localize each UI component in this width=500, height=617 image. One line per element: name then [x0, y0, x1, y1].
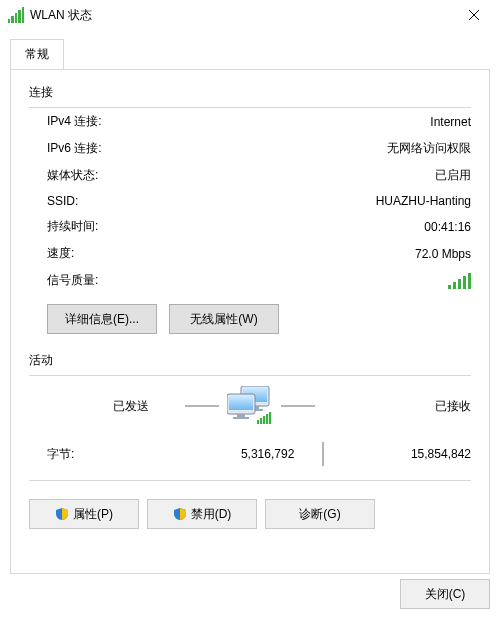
- svg-rect-7: [229, 396, 253, 410]
- shield-icon: [173, 507, 187, 521]
- properties-button[interactable]: 属性(P): [29, 499, 139, 529]
- signal-label: 信号质量:: [29, 272, 98, 289]
- row-ipv6: IPv6 连接: 无网络访问权限: [29, 135, 471, 162]
- ipv6-label: IPv6 连接:: [29, 140, 102, 157]
- ipv4-label: IPv4 连接:: [29, 113, 102, 130]
- wifi-signal-icon: [8, 7, 24, 23]
- diagnose-button-label: 诊断(G): [299, 506, 340, 523]
- svg-rect-8: [237, 414, 245, 417]
- window-title: WLAN 状态: [30, 7, 454, 24]
- speed-label: 速度:: [29, 245, 74, 262]
- sent-label: 已发送: [29, 398, 149, 415]
- signal-bars-icon: [448, 273, 471, 289]
- vertical-divider: [322, 442, 324, 466]
- bytes-row: 字节: 5,316,792 15,854,842: [29, 432, 471, 480]
- disable-button-label: 禁用(D): [191, 506, 232, 523]
- dash-left: [185, 405, 219, 407]
- tab-general[interactable]: 常规: [10, 39, 64, 70]
- client-area: 常规 连接 IPv4 连接: Internet IPv6 连接: 无网络访问权限…: [0, 30, 500, 617]
- media-label: 媒体状态:: [29, 167, 98, 184]
- bytes-label: 字节:: [29, 446, 147, 463]
- row-ipv4: IPv4 连接: Internet: [29, 108, 471, 135]
- ssid-value: HUAZHU-Hanting: [376, 194, 471, 208]
- bytes-sent-value: 5,316,792: [174, 447, 294, 461]
- footer: 关闭(C): [400, 579, 490, 609]
- svg-rect-12: [263, 416, 265, 424]
- row-speed: 速度: 72.0 Mbps: [29, 240, 471, 267]
- bytes-recv-value: 15,854,842: [351, 447, 471, 461]
- svg-rect-14: [269, 412, 271, 424]
- row-duration: 持续时间: 00:41:16: [29, 213, 471, 240]
- activity-header-row: 已发送: [29, 376, 471, 432]
- row-signal: 信号质量:: [29, 267, 471, 294]
- shield-icon: [55, 507, 69, 521]
- divider: [29, 480, 471, 481]
- duration-label: 持续时间:: [29, 218, 98, 235]
- details-button[interactable]: 详细信息(E)...: [47, 304, 157, 334]
- signal-value: [448, 273, 471, 289]
- svg-rect-10: [257, 420, 259, 424]
- ipv6-value: 无网络访问权限: [387, 140, 471, 157]
- ipv4-value: Internet: [430, 115, 471, 129]
- wlan-status-window: WLAN 状态 常规 连接 IPv4 连接: Internet IPv6 连接:…: [0, 0, 500, 617]
- svg-rect-11: [260, 418, 262, 424]
- network-monitors-icon: [227, 386, 273, 426]
- diagnose-button[interactable]: 诊断(G): [265, 499, 375, 529]
- duration-value: 00:41:16: [424, 220, 471, 234]
- activity-button-row: 属性(P) 禁用(D) 诊断(G): [29, 499, 471, 529]
- svg-rect-9: [233, 417, 249, 419]
- dash-right: [281, 405, 315, 407]
- section-title-activity: 活动: [29, 352, 471, 369]
- recv-label: 已接收: [351, 398, 471, 415]
- row-ssid: SSID: HUAZHU-Hanting: [29, 189, 471, 213]
- connection-button-row: 详细信息(E)... 无线属性(W): [29, 304, 471, 334]
- close-button[interactable]: 关闭(C): [400, 579, 490, 609]
- ssid-label: SSID:: [29, 194, 78, 208]
- wireless-properties-button[interactable]: 无线属性(W): [169, 304, 279, 334]
- properties-button-label: 属性(P): [73, 506, 113, 523]
- media-value: 已启用: [435, 167, 471, 184]
- activity-mid: [149, 386, 351, 426]
- tabstrip: 常规: [0, 30, 500, 69]
- disable-button[interactable]: 禁用(D): [147, 499, 257, 529]
- close-icon[interactable]: [454, 1, 494, 29]
- tab-pane-general: 连接 IPv4 连接: Internet IPv6 连接: 无网络访问权限 媒体…: [10, 69, 490, 574]
- speed-value: 72.0 Mbps: [415, 247, 471, 261]
- section-title-connection: 连接: [29, 84, 471, 101]
- svg-rect-13: [266, 414, 268, 424]
- titlebar: WLAN 状态: [0, 0, 500, 31]
- row-media: 媒体状态: 已启用: [29, 162, 471, 189]
